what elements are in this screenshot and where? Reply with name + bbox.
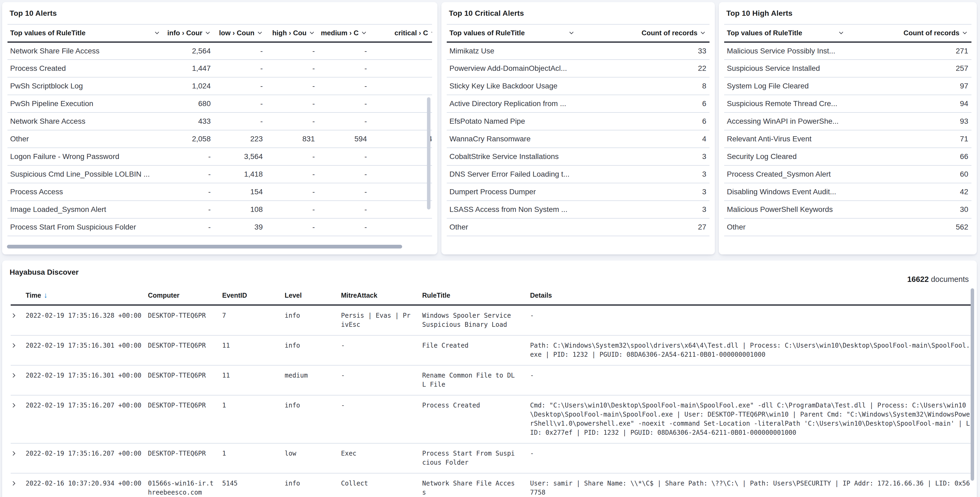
ruletitle-cell: Process Created (8, 60, 164, 77)
table-row: Network Share File Access2,564---- (8, 42, 432, 60)
column-header-critical-count[interactable]: critical › C (371, 24, 432, 42)
details-cell: - (530, 443, 970, 473)
panel-title-top10-critical-alerts: Top 10 Critical Alerts (447, 9, 710, 18)
table-row: Malicious Service Possibly Inst...271 (724, 42, 972, 60)
column-header-ruletitle[interactable]: RuleTitle (422, 287, 530, 305)
table-row: CobaltStrike Service Installations3 (447, 148, 710, 166)
expand-row-icon[interactable] (11, 450, 17, 457)
column-header-label: Top values of RuleTitle (449, 29, 525, 37)
critical-count-cell: - (371, 42, 432, 60)
column-header-count-of-records[interactable]: Count of records (578, 24, 710, 42)
count-cell: 257 (848, 60, 972, 77)
ruletitle-cell: Other (724, 218, 848, 236)
column-header-eventid[interactable]: EventID (222, 287, 285, 305)
high-count-cell: - (267, 42, 318, 60)
ruletitle-cell: Suspicious Service Installed (724, 60, 848, 77)
count-cell: 97 (848, 77, 972, 95)
ruletitle-cell: Image Loaded_Sysmon Alert (8, 201, 164, 218)
column-header-label: Count of records (642, 29, 697, 37)
count-cell: 4 (578, 130, 710, 148)
column-header-mitreattack[interactable]: MitreAttack (341, 287, 422, 305)
chevron-down-icon (205, 30, 211, 36)
horizontal-scrollbar-thumb[interactable] (7, 245, 402, 248)
low-count-cell: 39 (215, 218, 267, 236)
discover-table: Time ↓ Computer EventID Level MitreAttac… (11, 287, 970, 497)
column-header-details[interactable]: Details (530, 287, 970, 305)
level-cell: info (285, 305, 341, 336)
medium-count-cell: - (318, 201, 371, 218)
table-row: PwSh Scriptblock Log1,024---- (8, 77, 432, 95)
table-row: Process Start From Suspicious Folder-39-… (8, 218, 432, 236)
table-row: PwSh Pipeline Execution680---- (8, 95, 432, 113)
column-header-low-count[interactable]: low › Coun (215, 24, 267, 42)
table-row: Dumpert Process Dumper3 (447, 183, 710, 201)
column-header-label: info › Cour (167, 29, 202, 37)
chevron-down-icon (962, 30, 968, 36)
expand-cell (11, 443, 25, 473)
ruletitle-cell: Network Share File Access (8, 42, 164, 60)
low-count-cell: 223 (215, 130, 267, 148)
level-cell: info (285, 395, 341, 443)
low-count-cell: - (215, 77, 267, 95)
column-header-ruletitle[interactable]: Top values of RuleTitle (724, 24, 848, 42)
expand-row-icon[interactable] (11, 342, 17, 349)
event-id-cell: 7 (222, 305, 285, 336)
panel-hayabusa-discover: Hayabusa Discover 16622 documents Time ↓… (2, 261, 977, 497)
info-count-cell: 680 (164, 95, 215, 113)
column-header-computer[interactable]: Computer (148, 287, 222, 305)
ruletitle-cell: CobaltStrike Service Installations (447, 148, 578, 166)
document-count-value: 16622 (907, 275, 929, 284)
expand-cell (11, 473, 25, 497)
ruletitle-cell: Active Directory Replication from ... (447, 95, 578, 113)
count-cell: 6 (578, 113, 710, 130)
document-count: 16622 documents (907, 275, 969, 284)
expand-row-icon[interactable] (11, 402, 17, 409)
details-cell: - (530, 365, 970, 395)
column-header-count-of-records[interactable]: Count of records (848, 24, 972, 42)
level-cell: info (285, 473, 341, 497)
expand-row-icon[interactable] (11, 372, 17, 379)
column-header-info-count[interactable]: info › Cour (164, 24, 215, 42)
panel-top10-high-alerts: Top 10 High Alerts Top values of RuleTit… (719, 2, 977, 254)
column-header-ruletitle[interactable]: Top values of RuleTitle (8, 24, 164, 42)
high-count-cell: - (267, 148, 318, 166)
column-header-medium-count[interactable]: medium › C (318, 24, 371, 42)
ruletitle-cell: Powerview Add-DomainObjectAcl... (447, 60, 578, 77)
panel-title-top10-high-alerts: Top 10 High Alerts (724, 9, 972, 18)
critical-count-cell: - (371, 148, 432, 166)
column-header-time[interactable]: Time ↓ (25, 287, 148, 305)
expand-row-icon[interactable] (11, 480, 17, 487)
info-count-cell: 433 (164, 113, 215, 130)
computer-cell: DESKTOP-TTEQ6PR (148, 305, 222, 336)
column-header-ruletitle[interactable]: Top values of RuleTitle (447, 24, 578, 42)
info-count-cell: 2,058 (164, 130, 215, 148)
ruletitle-cell: Disabling Windows Event Audit... (724, 183, 848, 201)
expand-cell (11, 365, 25, 395)
low-count-cell: - (215, 113, 267, 130)
vertical-scrollbar-thumb[interactable] (970, 288, 974, 481)
ruletitle-cell: Malicious Service Possibly Inst... (724, 42, 848, 60)
high-count-cell: 831 (267, 130, 318, 148)
count-cell: 3 (578, 183, 710, 201)
ruletitle-cell: Mimikatz Use (447, 42, 578, 60)
rule-title-cell: Rename Common File to DLL File (422, 365, 530, 395)
medium-count-cell: - (318, 218, 371, 236)
chevron-down-icon (430, 30, 432, 36)
panel-title-hayabusa-discover: Hayabusa Discover (10, 268, 78, 277)
expand-row-icon[interactable] (11, 312, 17, 319)
critical-count-cell: - (371, 166, 432, 183)
column-header-level[interactable]: Level (285, 287, 341, 305)
high-count-cell: - (267, 95, 318, 113)
table-row: Network Share Access433---- (8, 113, 432, 130)
low-count-cell: 108 (215, 201, 267, 218)
level-cell: info (285, 335, 341, 365)
ruletitle-cell: Suspicious Remote Thread Cre... (724, 95, 848, 113)
medium-count-cell: - (318, 166, 371, 183)
column-header-high-count[interactable]: high › Cou (267, 24, 318, 42)
vertical-scrollbar-thumb[interactable] (427, 97, 430, 209)
details-cell: Path: C:\Windows\System32\spool\drivers\… (530, 335, 970, 365)
ruletitle-cell: DNS Server Error Failed Loading t... (447, 166, 578, 183)
sort-descending-icon[interactable]: ↓ (44, 291, 48, 299)
table-row: Active Directory Replication from ...6 (447, 95, 710, 113)
expand-cell (11, 395, 25, 443)
